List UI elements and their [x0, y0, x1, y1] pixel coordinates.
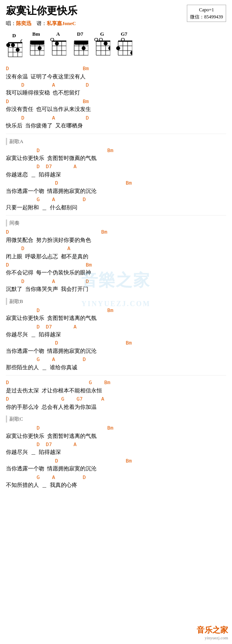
chord-d7: D7	[72, 31, 88, 58]
lyric-line: 我可以睡得很安稳 也不想留灯	[6, 89, 226, 97]
chord-line: G A D	[6, 356, 226, 363]
chord-bm-grid: 1	[28, 38, 44, 58]
lyric-line: 是过去伤太深 才让你根本不能相信永恒	[6, 386, 226, 395]
chord-g7-label: G7	[121, 31, 128, 37]
lyrics-block-chorus-a: D Bm寂寞让你更快乐 贪图暂时微薦的气氛 D D7 A你越迷恋 ＿ 陷得越深 …	[6, 147, 226, 212]
lyrics-block-chorus-b: D Bm寂寞让你更快乐 贪图暂时逃离的气氛 D D7 A你越尽兴 ＿ 陷得越深 …	[6, 307, 226, 372]
svg-rect-34	[74, 42, 88, 45]
lyric-line: 当你透露一个吻 情愿拥抱寂寞的沉沦	[6, 464, 226, 473]
chord-bm-label: Bm	[32, 31, 40, 37]
lyric-line: 那些陌生的人 ＿ 谁给你真诚	[6, 363, 226, 372]
lyrics-block-bridge: D G Bm是过去伤太深 才让你根本不能相信永恒D G G7 A你的手那么冷 总…	[6, 379, 226, 412]
section-label: 间奏	[6, 220, 226, 227]
svg-point-33	[55, 42, 59, 45]
svg-point-8	[6, 43, 10, 47]
chord-line: D A D	[6, 114, 226, 122]
lyric-line: 寂寞让你更快乐 贪图暂时微薦的气氛	[6, 154, 226, 163]
chord-line: D Bm	[6, 228, 226, 236]
chord-a-label: A	[56, 31, 60, 37]
lyric-line: 寂寞让你更快乐 贪图暂时逃离的气氛	[6, 432, 226, 441]
lyric-line: 闭上眼 呼吸那么忐忑 都不是真的	[6, 252, 226, 261]
svg-point-43	[82, 46, 86, 50]
chord-g-label: G	[100, 31, 104, 37]
lyric-line: 你越尽兴 ＿ 陷得越深	[6, 330, 226, 339]
lyrics-block-chorus-c: D Bm寂寞让你更快乐 贪图暂时逃离的气氛 D D7 A你越尽兴 ＿ 陷得越深 …	[6, 424, 226, 490]
bottom-logo: 音乐之家 yinyuezj.com	[197, 625, 228, 640]
chord-d7-label: D7	[77, 31, 83, 37]
singer-name: 陈奕迅	[16, 20, 31, 26]
wechat-label: 微信：85499439	[190, 13, 223, 20]
chord-diagrams: D Bm 1	[6, 31, 226, 58]
lyric-line: 不知所措的人 ＿ 我真的心疼	[6, 481, 226, 490]
chord-d-grid	[6, 40, 22, 58]
chord-g7-grid	[116, 38, 132, 58]
section-label: 副歌B	[6, 298, 226, 305]
chord-d-label: D	[12, 33, 16, 39]
chord-d7-grid	[72, 38, 88, 58]
section-divider	[6, 215, 226, 216]
chord-line: D Bm	[6, 179, 226, 187]
svg-point-54	[104, 42, 108, 45]
lyrics-container: D Bm没有余温 证明了今夜这里没有人 D A D我可以睡得很安稳 也不想留灯D…	[6, 65, 226, 490]
chord-line: D Bm	[6, 339, 226, 347]
chord-line: D A	[6, 245, 226, 252]
capo-box: Capo=1 微信：85499439	[187, 5, 226, 22]
chord-line: D Bm	[6, 261, 226, 269]
chord-line: D Bm	[6, 457, 226, 465]
chord-line: D D7 A	[6, 441, 226, 448]
chord-line: G A D	[6, 473, 226, 481]
chord-line: D A D	[6, 81, 226, 89]
chord-line: D G Bm	[6, 379, 226, 386]
chord-g-grid	[94, 38, 110, 58]
section-label: 副歌C	[6, 415, 226, 423]
lyric-line: 你的手那么冷 总会有人抢着为你加温	[6, 403, 226, 412]
section-label: 副歌A	[6, 138, 226, 145]
lyric-line: 你没有责任 也可以当作从来没发生	[6, 105, 226, 114]
chord-line: D Bm	[6, 65, 226, 73]
svg-point-22	[38, 46, 42, 50]
lyric-line: 快乐后 当你疲倦了 又在哪栖身	[6, 122, 226, 130]
chord-d: D	[6, 33, 22, 58]
section-divider	[6, 134, 226, 134]
svg-point-64	[116, 46, 120, 50]
chord-a: A 2	[50, 31, 66, 58]
lyric-line: 寂寞让你更快乐 贪图暂时逃离的气氛	[6, 314, 226, 323]
logo-english: yinyuezj.com	[197, 635, 228, 640]
chord-line: D D7 A	[6, 323, 226, 331]
svg-point-10	[16, 48, 20, 52]
arranger-name: 私享嘉JoneC	[47, 20, 76, 26]
chord-line: G A D	[6, 196, 226, 203]
lyric-line: 只要一起附和 ＿ 什么都别问	[6, 203, 226, 212]
lyric-line: 用微笑配合 努力扮演好你要的角色	[6, 236, 226, 245]
sing-label: 唱：	[6, 20, 16, 26]
chord-line: D A D	[6, 278, 226, 285]
lyric-line: 没有余温 证明了今夜这里没有人	[6, 73, 226, 81]
chord-line: D D7 A	[6, 163, 226, 171]
svg-point-65	[130, 51, 132, 55]
lyrics-block-verse1: D Bm没有余温 证明了今夜这里没有人 D A D我可以睡得很安稳 也不想留灯D…	[6, 65, 226, 131]
capo-label: Capo=1	[190, 6, 223, 13]
svg-point-55	[108, 46, 110, 50]
chord-line: D Bm	[6, 147, 226, 154]
chord-line: D Bm	[6, 307, 226, 314]
lyric-line: 你越尽兴 ＿ 陷得越深	[6, 448, 226, 457]
lyric-line: 你越迷恋 ＿ 陷得越深	[6, 171, 226, 179]
lyric-line: 沉默了 当你痛哭失声 我会打开门	[6, 285, 226, 294]
lyrics-block-interlude: D Bm用微笑配合 努力扮演好你要的角色 D A闭上眼 呼吸那么忐忑 都不是真的…	[6, 228, 226, 294]
lyric-line: 你不会记得 每一个伪装快乐的眼神	[6, 268, 226, 277]
chord-g7: G7	[116, 31, 132, 58]
arr-label: 谱：	[37, 20, 47, 26]
chord-line: D Bm	[6, 98, 226, 105]
chord-line: D G G7 A	[6, 395, 226, 403]
chord-line: D Bm	[6, 424, 226, 432]
chord-bm: Bm 1	[28, 31, 44, 58]
svg-rect-13	[30, 42, 44, 45]
svg-point-9	[11, 43, 15, 47]
lyric-line: 当你透露一个吻 情愿拥抱寂寞的沉沦	[6, 347, 226, 356]
logo-chinese: 音乐之家	[197, 625, 228, 635]
section-divider	[6, 375, 226, 376]
chord-a-grid: 2	[50, 38, 66, 58]
lyric-line: 当你透露一个吻 情愿拥抱寂寞的沉沦	[6, 187, 226, 196]
chord-g: G	[94, 31, 110, 58]
